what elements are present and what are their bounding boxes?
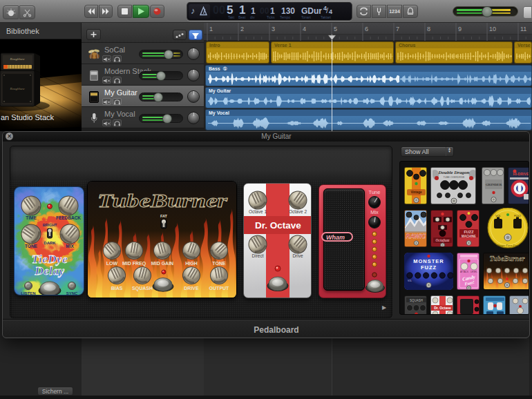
svg-text:ATTACK: ATTACK xyxy=(460,271,469,273)
svg-text:TUBE OVERDRIVE: TUBE OVERDRIVE xyxy=(444,176,466,179)
svg-text:GRINDER: GRINDER xyxy=(486,183,502,186)
svg-text:RAWK!: RAWK! xyxy=(406,233,426,240)
svg-text:MID FREQ: MID FREQ xyxy=(122,261,146,266)
svg-text:SQUASH: SQUASH xyxy=(132,286,153,291)
svg-text:Octave 1: Octave 1 xyxy=(249,209,267,214)
svg-text:Roughhew: Roughhew xyxy=(9,87,25,90)
svg-text:Dr. Octave: Dr. Octave xyxy=(434,306,451,310)
svg-text:DARK: DARK xyxy=(44,241,56,245)
svg-text:FUZZ: FUZZ xyxy=(464,230,474,234)
svg-text:BRIGHT: BRIGHT xyxy=(43,223,57,227)
svg-text:MONSTER: MONSTER xyxy=(413,258,444,264)
svg-text:LOW: LOW xyxy=(106,261,118,266)
svg-text:TONE: TONE xyxy=(25,244,38,249)
svg-text:FUZZ: FUZZ xyxy=(421,264,437,271)
svg-text:VOL: VOL xyxy=(495,214,502,217)
svg-text:Direct: Direct xyxy=(252,253,264,258)
svg-text:OUTPUT: OUTPUT xyxy=(209,286,230,291)
svg-text:Dr. Octave: Dr. Octave xyxy=(255,220,301,231)
svg-text:LEVEL: LEVEL xyxy=(471,271,477,273)
svg-text:TubeBurner: TubeBurner xyxy=(490,255,525,262)
svg-text:TIME: TIME xyxy=(26,215,37,220)
svg-text:VOL: VOL xyxy=(408,280,412,282)
svg-text:TubeBurner: TubeBurner xyxy=(97,191,228,211)
svg-text:MID GAIN: MID GAIN xyxy=(151,261,173,266)
svg-text:Drive: Drive xyxy=(292,253,303,258)
svg-text:Mix: Mix xyxy=(370,209,379,215)
svg-text:Double Dragon: Double Dragon xyxy=(438,170,470,175)
svg-text:Vintage: Vintage xyxy=(410,191,422,194)
svg-text:FAT: FAT xyxy=(160,214,168,218)
svg-text:MIX: MIX xyxy=(66,244,74,249)
svg-text:Happy Face Fuzz: Happy Face Fuzz xyxy=(496,244,519,247)
svg-text:Octafuzz: Octafuzz xyxy=(436,238,450,242)
svg-text:Tune: Tune xyxy=(369,189,381,195)
svg-text:Roughhew: Roughhew xyxy=(9,57,25,61)
svg-text:TONE: TONE xyxy=(212,261,226,266)
svg-text:FUZZ: FUZZ xyxy=(514,214,522,217)
svg-text:SQUASH: SQUASH xyxy=(410,299,423,302)
svg-text:Delay: Delay xyxy=(34,264,64,278)
svg-text:HIGH: HIGH xyxy=(185,261,198,266)
svg-text:HI-DRIVE: HI-DRIVE xyxy=(513,172,529,176)
svg-text:Octave 2: Octave 2 xyxy=(289,209,307,214)
svg-text:FEEDBACK: FEEDBACK xyxy=(56,215,81,220)
svg-text:BIAS: BIAS xyxy=(111,286,123,291)
svg-text:MACHINE: MACHINE xyxy=(462,235,476,238)
svg-text:LISTEN: LISTEN xyxy=(21,291,35,295)
svg-text:SYNC: SYNC xyxy=(66,291,78,295)
svg-text:DRIVE: DRIVE xyxy=(184,286,199,291)
